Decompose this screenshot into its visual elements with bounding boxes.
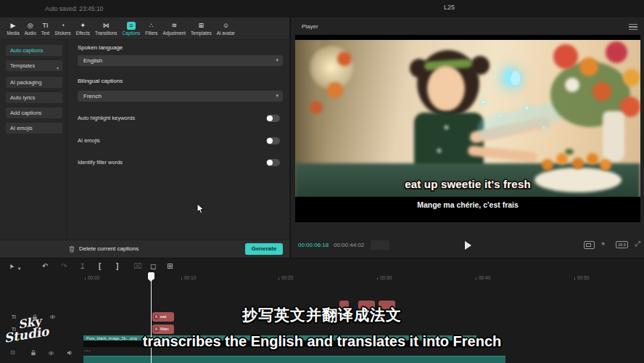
- lock-icon[interactable]: [30, 350, 36, 356]
- toolbar-item-filters[interactable]: ∴Filters: [143, 22, 160, 36]
- playhead-line[interactable]: [151, 273, 152, 363]
- flower: [579, 57, 598, 76]
- undo-icon[interactable]: ↶: [42, 262, 48, 271]
- magic-glow: [475, 99, 565, 142]
- auto-highlight-label: Auto highlight keywords: [78, 115, 135, 121]
- caption-clip-mini[interactable]: [358, 301, 375, 309]
- toolbar-label: Stickers: [54, 30, 70, 36]
- trim-right-icon[interactable]: ]: [116, 262, 118, 271]
- toggle-knob: [267, 115, 273, 121]
- sidebar-item-add-captions[interactable]: Add captions: [6, 107, 62, 118]
- flower-left: [327, 82, 343, 98]
- sparkle: [543, 127, 545, 129]
- bilingual-language-value: French: [83, 93, 102, 99]
- toolbar-item-audio[interactable]: ◎Audio: [22, 22, 38, 36]
- autosave-status: Auto saved: 23:45:10: [45, 5, 103, 12]
- filler-words-toggle[interactable]: [266, 159, 280, 166]
- toolbar-item-templates[interactable]: ⊞Templates: [188, 22, 214, 36]
- sparkle: [526, 107, 528, 109]
- sidebar-item-ai-packaging[interactable]: AI packaging: [6, 77, 62, 88]
- leaf: [565, 149, 574, 155]
- toolbar-label: Captions: [122, 30, 140, 36]
- overlay-tool-icon[interactable]: ⊞: [167, 262, 173, 271]
- generate-button[interactable]: Generate: [245, 243, 283, 255]
- mouse-cursor: [197, 203, 205, 215]
- chevron-down-icon: ▾: [57, 63, 59, 74]
- ai-emojis-toggle[interactable]: [266, 137, 280, 144]
- redo-icon[interactable]: ↷: [61, 262, 67, 271]
- split-icon[interactable]: ⌶: [80, 262, 85, 271]
- caption-clip-mini[interactable]: [339, 301, 349, 309]
- vase: [603, 111, 624, 162]
- track-color-strip[interactable]: [83, 356, 505, 363]
- more-icon[interactable]: ⋯: [84, 347, 91, 354]
- video-track-icon: ⊡: [10, 349, 15, 356]
- toolbar-label: Transitions: [95, 30, 117, 36]
- preview-quality-icon[interactable]: [584, 241, 595, 249]
- orange: [587, 153, 598, 165]
- flower: [553, 44, 578, 69]
- toolbar-item-stickers[interactable]: ◔Stickers: [52, 22, 73, 36]
- caption-clip-french[interactable]: A Man: [152, 325, 174, 334]
- total-time: 00:00:44:02: [334, 242, 364, 248]
- mask-icon[interactable]: ◻: [150, 262, 156, 271]
- chevron-down-icon: ▾: [276, 57, 278, 63]
- effects-icon: ✦: [80, 22, 86, 30]
- dress-dot: [445, 126, 448, 129]
- fullscreen-icon[interactable]: ⤢: [635, 240, 640, 248]
- bilingual-language-select[interactable]: French ▾: [78, 91, 283, 102]
- cursor-icon: ➤: [7, 262, 17, 271]
- templates-icon: ⊞: [199, 22, 205, 30]
- toolbar-item-adjustment[interactable]: ≋Adjustment: [160, 22, 189, 36]
- player-menu-icon[interactable]: [629, 24, 637, 31]
- toolbar-item-transitions[interactable]: ⋈Transitions: [92, 22, 120, 36]
- toolbar-item-captions[interactable]: ≡Captions: [120, 22, 143, 36]
- caption-clip-mini[interactable]: [379, 301, 395, 309]
- toolbar-item-ai-avatar[interactable]: ☺AI avatar: [214, 22, 237, 36]
- toolbar-label: AI avatar: [217, 30, 235, 36]
- toolbar-label: Effects: [76, 30, 90, 36]
- player-controls: 00:00:06:18 00:00:44:02 ⌖ 16:9 ⤢: [291, 235, 644, 257]
- video-stage[interactable]: eat up sweetie it's fresh Mange ma chéri…: [295, 35, 640, 222]
- toolbar-item-effects[interactable]: ✦Effects: [73, 22, 92, 36]
- toolbar-label: Audio: [25, 30, 36, 36]
- media-icon: ▶: [11, 22, 16, 30]
- auto-highlight-toggle[interactable]: [266, 115, 280, 122]
- video-frame: [295, 40, 640, 197]
- toolbar-item-media[interactable]: ▶Media: [4, 22, 22, 36]
- orange: [572, 158, 584, 169]
- delete-current-captions-label[interactable]: Delete current captions: [79, 245, 139, 252]
- orange: [600, 159, 611, 171]
- spoken-language-select[interactable]: English ▾: [78, 55, 283, 66]
- select-tool-caret-icon[interactable]: ▾: [18, 264, 20, 273]
- adjustment-icon: ≋: [171, 22, 177, 30]
- sidebar-item-ai-emojis[interactable]: AI emojis: [6, 123, 62, 134]
- sidebar-item-templates[interactable]: Templates▾: [6, 60, 62, 71]
- ruler-label: 00:40: [479, 275, 490, 280]
- eye-icon[interactable]: [48, 351, 54, 356]
- video-caption-primary: eat up sweetie it's fresh: [295, 178, 640, 190]
- time-options-box[interactable]: [371, 240, 389, 250]
- focus-frame-icon[interactable]: ⌖: [601, 240, 606, 248]
- video-caption-secondary: Mange ma chérie, c'est frais: [295, 200, 640, 209]
- orange: [556, 153, 568, 165]
- trim-left-icon[interactable]: [: [99, 262, 101, 271]
- sidebar-item-auto-captions[interactable]: Auto captions: [6, 45, 62, 56]
- trash-icon[interactable]: [69, 245, 75, 253]
- delete-clip-icon[interactable]: ⌧: [133, 262, 142, 271]
- orange: [542, 159, 553, 171]
- text-track-icon: TI: [12, 314, 16, 319]
- caption-clip-text: eat: [160, 314, 166, 319]
- toolbar-item-text[interactable]: TIText: [38, 22, 52, 36]
- select-tool-icon[interactable]: ➤: [9, 262, 14, 271]
- sidebar-item-auto-lyrics[interactable]: Auto lyrics: [6, 92, 62, 103]
- ruler-label: 00:00: [88, 275, 99, 280]
- aspect-ratio-icon[interactable]: 16:9: [616, 241, 628, 248]
- filler-words-label: Identify filler words: [78, 159, 123, 166]
- spoken-language-value: English: [83, 57, 102, 64]
- caption-clip-english[interactable]: A eat: [152, 312, 174, 322]
- video-clip[interactable]: Pure_black_image_2k....png 00:00:40:03: [83, 335, 476, 347]
- speaker-icon[interactable]: [67, 350, 73, 356]
- timeline-panel: ➤ ▾ ↶ ↷ ⌶ [ ] ⌧ ◻ ⊞ 00:00 00:10 00:20 00…: [0, 258, 644, 363]
- play-button[interactable]: [465, 241, 471, 250]
